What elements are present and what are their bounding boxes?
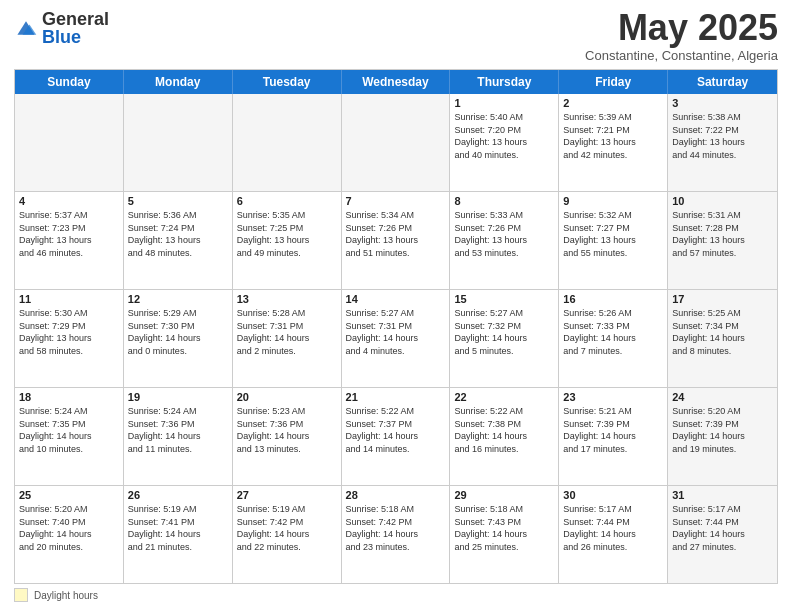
calendar: SundayMondayTuesdayWednesdayThursdayFrid…	[14, 69, 778, 584]
day-info: Sunrise: 5:28 AM Sunset: 7:31 PM Dayligh…	[237, 307, 337, 357]
calendar-cell-5: 5Sunrise: 5:36 AM Sunset: 7:24 PM Daylig…	[124, 192, 233, 289]
day-info: Sunrise: 5:19 AM Sunset: 7:41 PM Dayligh…	[128, 503, 228, 553]
day-number: 9	[563, 195, 663, 207]
calendar-cell-20: 20Sunrise: 5:23 AM Sunset: 7:36 PM Dayli…	[233, 388, 342, 485]
day-number: 11	[19, 293, 119, 305]
header: General Blue May 2025 Constantine, Const…	[14, 10, 778, 63]
calendar-cell-19: 19Sunrise: 5:24 AM Sunset: 7:36 PM Dayli…	[124, 388, 233, 485]
day-number: 25	[19, 489, 119, 501]
day-number: 27	[237, 489, 337, 501]
calendar-cell-30: 30Sunrise: 5:17 AM Sunset: 7:44 PM Dayli…	[559, 486, 668, 583]
calendar-row-1: 4Sunrise: 5:37 AM Sunset: 7:23 PM Daylig…	[15, 192, 777, 290]
calendar-cell-empty-0-2	[233, 94, 342, 191]
day-info: Sunrise: 5:40 AM Sunset: 7:20 PM Dayligh…	[454, 111, 554, 161]
day-number: 22	[454, 391, 554, 403]
day-info: Sunrise: 5:17 AM Sunset: 7:44 PM Dayligh…	[672, 503, 773, 553]
calendar-cell-1: 1Sunrise: 5:40 AM Sunset: 7:20 PM Daylig…	[450, 94, 559, 191]
calendar-header-thursday: Thursday	[450, 70, 559, 94]
day-number: 26	[128, 489, 228, 501]
calendar-cell-empty-0-3	[342, 94, 451, 191]
day-info: Sunrise: 5:20 AM Sunset: 7:39 PM Dayligh…	[672, 405, 773, 455]
day-number: 30	[563, 489, 663, 501]
day-number: 13	[237, 293, 337, 305]
day-info: Sunrise: 5:36 AM Sunset: 7:24 PM Dayligh…	[128, 209, 228, 259]
calendar-cell-6: 6Sunrise: 5:35 AM Sunset: 7:25 PM Daylig…	[233, 192, 342, 289]
calendar-cell-3: 3Sunrise: 5:38 AM Sunset: 7:22 PM Daylig…	[668, 94, 777, 191]
day-number: 23	[563, 391, 663, 403]
calendar-cell-27: 27Sunrise: 5:19 AM Sunset: 7:42 PM Dayli…	[233, 486, 342, 583]
day-info: Sunrise: 5:29 AM Sunset: 7:30 PM Dayligh…	[128, 307, 228, 357]
day-info: Sunrise: 5:27 AM Sunset: 7:31 PM Dayligh…	[346, 307, 446, 357]
day-info: Sunrise: 5:37 AM Sunset: 7:23 PM Dayligh…	[19, 209, 119, 259]
day-number: 31	[672, 489, 773, 501]
calendar-row-3: 18Sunrise: 5:24 AM Sunset: 7:35 PM Dayli…	[15, 388, 777, 486]
day-info: Sunrise: 5:32 AM Sunset: 7:27 PM Dayligh…	[563, 209, 663, 259]
daylight-box-icon	[14, 588, 28, 602]
calendar-header-saturday: Saturday	[668, 70, 777, 94]
day-info: Sunrise: 5:26 AM Sunset: 7:33 PM Dayligh…	[563, 307, 663, 357]
day-number: 24	[672, 391, 773, 403]
day-number: 12	[128, 293, 228, 305]
day-number: 2	[563, 97, 663, 109]
day-info: Sunrise: 5:39 AM Sunset: 7:21 PM Dayligh…	[563, 111, 663, 161]
day-info: Sunrise: 5:35 AM Sunset: 7:25 PM Dayligh…	[237, 209, 337, 259]
calendar-cell-14: 14Sunrise: 5:27 AM Sunset: 7:31 PM Dayli…	[342, 290, 451, 387]
calendar-cell-empty-0-1	[124, 94, 233, 191]
day-number: 10	[672, 195, 773, 207]
day-info: Sunrise: 5:24 AM Sunset: 7:36 PM Dayligh…	[128, 405, 228, 455]
calendar-cell-8: 8Sunrise: 5:33 AM Sunset: 7:26 PM Daylig…	[450, 192, 559, 289]
calendar-cell-4: 4Sunrise: 5:37 AM Sunset: 7:23 PM Daylig…	[15, 192, 124, 289]
day-number: 20	[237, 391, 337, 403]
day-info: Sunrise: 5:31 AM Sunset: 7:28 PM Dayligh…	[672, 209, 773, 259]
day-info: Sunrise: 5:38 AM Sunset: 7:22 PM Dayligh…	[672, 111, 773, 161]
calendar-header-wednesday: Wednesday	[342, 70, 451, 94]
calendar-cell-29: 29Sunrise: 5:18 AM Sunset: 7:43 PM Dayli…	[450, 486, 559, 583]
calendar-header-tuesday: Tuesday	[233, 70, 342, 94]
footer-daylight: Daylight hours	[14, 588, 778, 602]
day-number: 19	[128, 391, 228, 403]
day-number: 18	[19, 391, 119, 403]
calendar-header-sunday: Sunday	[15, 70, 124, 94]
calendar-cell-26: 26Sunrise: 5:19 AM Sunset: 7:41 PM Dayli…	[124, 486, 233, 583]
day-info: Sunrise: 5:23 AM Sunset: 7:36 PM Dayligh…	[237, 405, 337, 455]
day-number: 6	[237, 195, 337, 207]
calendar-cell-16: 16Sunrise: 5:26 AM Sunset: 7:33 PM Dayli…	[559, 290, 668, 387]
day-info: Sunrise: 5:27 AM Sunset: 7:32 PM Dayligh…	[454, 307, 554, 357]
day-number: 4	[19, 195, 119, 207]
calendar-row-0: 1Sunrise: 5:40 AM Sunset: 7:20 PM Daylig…	[15, 94, 777, 192]
logo-icon	[14, 16, 38, 40]
day-number: 15	[454, 293, 554, 305]
calendar-cell-24: 24Sunrise: 5:20 AM Sunset: 7:39 PM Dayli…	[668, 388, 777, 485]
day-info: Sunrise: 5:22 AM Sunset: 7:38 PM Dayligh…	[454, 405, 554, 455]
logo-general: General	[42, 9, 109, 29]
calendar-cell-9: 9Sunrise: 5:32 AM Sunset: 7:27 PM Daylig…	[559, 192, 668, 289]
footer: Daylight hours	[14, 588, 778, 602]
calendar-cell-28: 28Sunrise: 5:18 AM Sunset: 7:42 PM Dayli…	[342, 486, 451, 583]
calendar-cell-31: 31Sunrise: 5:17 AM Sunset: 7:44 PM Dayli…	[668, 486, 777, 583]
daylight-label: Daylight hours	[34, 590, 98, 601]
calendar-cell-23: 23Sunrise: 5:21 AM Sunset: 7:39 PM Dayli…	[559, 388, 668, 485]
subtitle: Constantine, Constantine, Algeria	[585, 48, 778, 63]
calendar-cell-18: 18Sunrise: 5:24 AM Sunset: 7:35 PM Dayli…	[15, 388, 124, 485]
day-info: Sunrise: 5:25 AM Sunset: 7:34 PM Dayligh…	[672, 307, 773, 357]
calendar-cell-empty-0-0	[15, 94, 124, 191]
month-title: May 2025	[585, 10, 778, 46]
calendar-row-4: 25Sunrise: 5:20 AM Sunset: 7:40 PM Dayli…	[15, 486, 777, 583]
calendar-cell-12: 12Sunrise: 5:29 AM Sunset: 7:30 PM Dayli…	[124, 290, 233, 387]
day-info: Sunrise: 5:24 AM Sunset: 7:35 PM Dayligh…	[19, 405, 119, 455]
calendar-header-monday: Monday	[124, 70, 233, 94]
calendar-row-2: 11Sunrise: 5:30 AM Sunset: 7:29 PM Dayli…	[15, 290, 777, 388]
logo-text: General Blue	[42, 10, 109, 46]
day-info: Sunrise: 5:17 AM Sunset: 7:44 PM Dayligh…	[563, 503, 663, 553]
calendar-cell-15: 15Sunrise: 5:27 AM Sunset: 7:32 PM Dayli…	[450, 290, 559, 387]
day-info: Sunrise: 5:20 AM Sunset: 7:40 PM Dayligh…	[19, 503, 119, 553]
day-info: Sunrise: 5:30 AM Sunset: 7:29 PM Dayligh…	[19, 307, 119, 357]
day-number: 28	[346, 489, 446, 501]
day-number: 7	[346, 195, 446, 207]
calendar-cell-17: 17Sunrise: 5:25 AM Sunset: 7:34 PM Dayli…	[668, 290, 777, 387]
day-number: 29	[454, 489, 554, 501]
day-info: Sunrise: 5:18 AM Sunset: 7:43 PM Dayligh…	[454, 503, 554, 553]
day-number: 8	[454, 195, 554, 207]
day-number: 14	[346, 293, 446, 305]
day-info: Sunrise: 5:22 AM Sunset: 7:37 PM Dayligh…	[346, 405, 446, 455]
